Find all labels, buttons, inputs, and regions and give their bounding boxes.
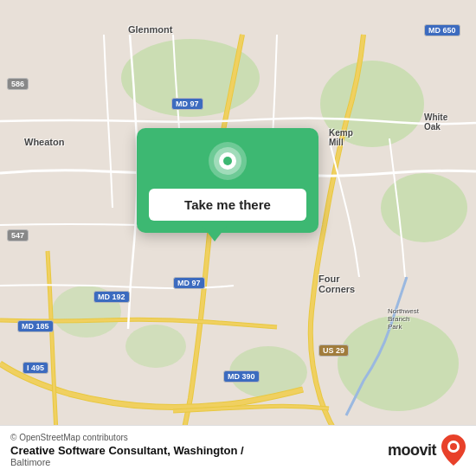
location-title: Creative Software Consultant, Washington… <box>10 444 244 457</box>
place-wheaton: Wheaton <box>24 137 64 147</box>
place-fourcorners: FourCorners <box>318 273 355 294</box>
road-i495: I 495 <box>23 362 48 374</box>
place-glenmont: Glenmont <box>128 24 172 35</box>
road-md97b: MD 97 <box>173 277 205 289</box>
road-us29: US 29 <box>318 344 349 357</box>
road-md185: MD 185 <box>17 320 54 332</box>
footer-left: © OpenStreetMap contributors Creative So… <box>10 433 244 467</box>
place-whiteoak: WhiteOak <box>424 113 447 132</box>
road-md650: MD 650 <box>424 24 460 36</box>
road-547: 547 <box>7 229 29 241</box>
place-kempmill: KempMill <box>329 128 353 147</box>
road-586: 586 <box>7 78 29 90</box>
place-nwbranch: NorthwestBranchPark <box>388 307 419 331</box>
road-md390: MD 390 <box>223 370 260 383</box>
road-md97a: MD 97 <box>171 98 203 110</box>
popup-tail <box>203 226 227 241</box>
take-me-there-button[interactable]: Take me there <box>149 189 306 221</box>
moovit-wordmark: moovit <box>388 441 436 460</box>
moovit-pin-icon <box>441 434 466 466</box>
moovit-logo: moovit <box>388 434 466 466</box>
map-background <box>0 0 476 476</box>
location-subtitle: Baltimore <box>10 457 244 467</box>
popup-card: Take me there <box>137 128 318 233</box>
svg-point-11 <box>223 157 232 165</box>
road-md192: MD 192 <box>93 291 130 303</box>
map-container: Glenmont Wheaton KempMill WhiteOak FourC… <box>0 0 476 476</box>
svg-point-13 <box>450 443 457 450</box>
location-pin <box>209 142 247 180</box>
footer: © OpenStreetMap contributors Creative So… <box>0 425 476 476</box>
svg-point-3 <box>381 173 467 242</box>
copyright-text: © OpenStreetMap contributors <box>10 433 244 442</box>
svg-point-7 <box>125 325 186 368</box>
